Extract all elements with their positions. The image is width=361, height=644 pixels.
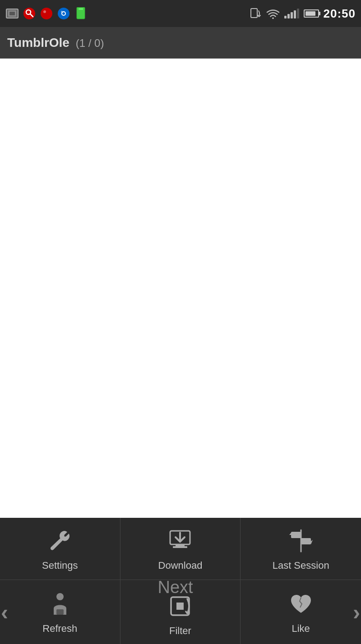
svg-rect-21 [291,532,301,538]
download-icon [166,526,194,555]
blue-circle-icon [57,7,70,20]
main-content [0,59,361,563]
svg-rect-18 [173,546,187,548]
last-session-label: Last Session [273,560,329,571]
filter-button[interactable]: Next Filter [120,580,241,644]
svg-rect-26 [56,609,64,615]
svg-rect-23 [301,538,311,544]
svg-marker-24 [311,540,313,544]
last-session-button[interactable]: Last Session [241,518,361,580]
like-button[interactable]: › Like [241,580,361,644]
next-arrow-icon: › [353,600,360,625]
svg-rect-14 [251,9,257,18]
next-label-text: Next [157,578,193,597]
status-icons-right: 20:50 [248,7,356,21]
signal-icon [284,9,299,18]
refresh-label: Refresh [42,623,77,635]
red-circle-icon [40,7,53,20]
screenshot-icon [5,7,19,20]
app-name: TumblrOle [7,36,69,50]
svg-point-7 [43,10,46,13]
svg-point-6 [41,8,52,19]
settings-icon [46,526,74,555]
battery-icon [304,9,319,18]
wifi-icon [266,7,280,20]
bottom-toolbar: Settings Download [0,518,361,644]
title-bar: TumblrOle (1 / 0) [0,27,361,59]
settings-button[interactable]: Settings [0,518,120,580]
app-title: TumblrOle (1 / 0) [7,36,104,50]
refresh-button[interactable]: ‹ Refresh [0,580,120,644]
status-time: 20:50 [324,7,356,21]
svg-point-3 [23,8,35,19]
svg-rect-2 [9,12,15,15]
svg-rect-13 [79,8,83,10]
counter-text: (1 / 0) [76,37,104,49]
green-rect-icon [74,7,88,20]
prev-arrow-icon: ‹ [1,600,8,625]
settings-label: Settings [42,560,78,571]
svg-marker-22 [289,533,291,535]
svg-point-10 [62,12,65,15]
filter-label: Filter [169,625,191,637]
svg-rect-17 [176,544,185,546]
rotate-icon [248,7,262,20]
refresh-icon [46,589,74,618]
svg-point-25 [56,593,64,600]
like-label: Like [292,623,310,635]
red-search-icon [23,7,36,20]
status-icons-left [5,7,88,20]
last-session-icon [287,526,315,555]
status-bar: 20:50 [0,0,361,27]
svg-point-11 [61,11,63,13]
like-icon [287,589,315,618]
svg-point-15 [272,17,274,19]
download-label: Download [158,560,203,571]
download-button[interactable]: Download [120,518,241,580]
